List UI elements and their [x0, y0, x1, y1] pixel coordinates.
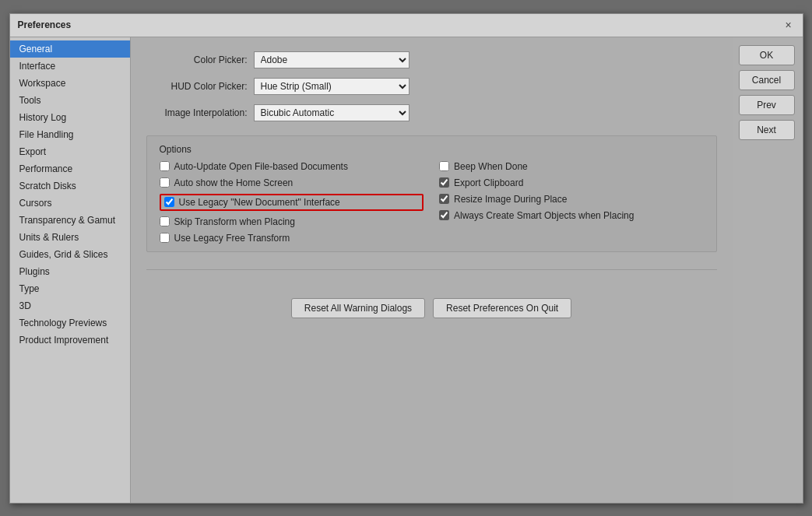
main-content: Color Picker: Adobe HUD Color Picker: Hu…: [131, 37, 733, 503]
sidebar-item-transparency[interactable]: Transparency & Gamut: [10, 212, 130, 229]
legacy-free-transform-row: Use Legacy Free Transform: [160, 233, 424, 244]
close-button[interactable]: ×: [782, 19, 795, 31]
export-clipboard-checkbox[interactable]: [439, 177, 449, 188]
sidebar-item-productimprovement[interactable]: Product Improvement: [10, 332, 130, 349]
legacy-new-doc-row: Use Legacy "New Document" Interface: [160, 194, 424, 211]
dialog-body: General Interface Workspace Tools Histor…: [10, 37, 803, 503]
options-group: Options Auto-Update Open File-based Docu…: [146, 135, 717, 252]
sidebar-item-scratchdisks[interactable]: Scratch Disks: [10, 177, 130, 195]
auto-update-label: Auto-Update Open File-based Documents: [174, 161, 348, 172]
options-left-column: Auto-Update Open File-based Documents Au…: [160, 161, 424, 244]
legacy-new-doc-checkbox[interactable]: [164, 197, 174, 207]
beep-done-checkbox[interactable]: [439, 161, 449, 171]
sidebar-item-units[interactable]: Units & Rulers: [10, 229, 130, 246]
sidebar-item-export[interactable]: Export: [10, 143, 130, 160]
color-picker-label: Color Picker:: [146, 54, 248, 65]
sidebar-item-filehandling[interactable]: File Handling: [10, 126, 130, 143]
resize-image-row: Resize Image During Place: [439, 194, 704, 205]
divider: [146, 269, 717, 270]
sidebar-item-type[interactable]: Type: [10, 280, 130, 297]
auto-update-checkbox[interactable]: [160, 161, 170, 171]
auto-home-row: Auto show the Home Screen: [160, 177, 424, 188]
options-right-column: Beep When Done Export Clipboard Resize I…: [439, 161, 704, 244]
sidebar-item-general[interactable]: General: [10, 40, 130, 58]
sidebar-item-performance[interactable]: Performance: [10, 160, 130, 177]
sidebar-item-workspace[interactable]: Workspace: [10, 75, 130, 92]
image-interpolation-label: Image Interpolation:: [146, 107, 248, 118]
legacy-free-transform-label: Use Legacy Free Transform: [174, 233, 290, 244]
beep-done-label: Beep When Done: [454, 161, 528, 172]
smart-objects-row: Always Create Smart Objects when Placing: [439, 210, 704, 221]
skip-transform-row: Skip Transform when Placing: [160, 216, 424, 227]
sidebar-item-tools[interactable]: Tools: [10, 92, 130, 109]
reset-prefs-button[interactable]: Reset Preferences On Quit: [433, 298, 571, 318]
resize-image-label: Resize Image During Place: [454, 194, 567, 205]
sidebar-item-plugins[interactable]: Plugins: [10, 263, 130, 280]
smart-objects-label: Always Create Smart Objects when Placing: [454, 210, 634, 221]
color-picker-select[interactable]: Adobe: [254, 51, 410, 68]
export-clipboard-label: Export Clipboard: [454, 177, 523, 188]
sidebar-item-historylog[interactable]: History Log: [10, 109, 130, 126]
resize-image-checkbox[interactable]: [439, 194, 449, 204]
legacy-free-transform-checkbox[interactable]: [160, 233, 170, 243]
auto-home-label: Auto show the Home Screen: [174, 177, 294, 188]
sidebar-item-3d[interactable]: 3D: [10, 297, 130, 314]
export-clipboard-row: Export Clipboard: [439, 177, 704, 188]
next-button[interactable]: Next: [739, 120, 795, 140]
beep-done-row: Beep When Done: [439, 161, 704, 172]
skip-transform-checkbox[interactable]: [160, 216, 170, 226]
skip-transform-label: Skip Transform when Placing: [174, 216, 295, 227]
prev-button[interactable]: Prev: [739, 95, 795, 115]
cancel-button[interactable]: Cancel: [739, 70, 795, 90]
reset-warning-button[interactable]: Reset All Warning Dialogs: [291, 298, 425, 318]
sidebar: General Interface Workspace Tools Histor…: [10, 37, 131, 503]
sidebar-item-interface[interactable]: Interface: [10, 58, 130, 75]
bottom-buttons: Reset All Warning Dialogs Reset Preferen…: [146, 298, 717, 318]
hud-color-picker-select[interactable]: Hue Strip (Small): [254, 78, 410, 95]
ok-button[interactable]: OK: [739, 45, 795, 65]
dialog-title: Preferences: [18, 19, 72, 30]
legacy-new-doc-label: Use Legacy "New Document" Interface: [179, 197, 340, 208]
smart-objects-checkbox[interactable]: [439, 210, 449, 220]
color-picker-row: Color Picker: Adobe: [146, 51, 717, 68]
title-bar: Preferences ×: [10, 14, 803, 37]
image-interpolation-row: Image Interpolation: Bicubic Automatic: [146, 104, 717, 121]
options-grid: Auto-Update Open File-based Documents Au…: [160, 161, 704, 244]
right-buttons-panel: OK Cancel Prev Next: [733, 37, 803, 503]
sidebar-item-cursors[interactable]: Cursors: [10, 195, 130, 212]
preferences-dialog: Preferences × General Interface Workspac…: [9, 13, 803, 504]
image-interpolation-select[interactable]: Bicubic Automatic: [254, 104, 410, 121]
auto-home-checkbox[interactable]: [160, 177, 170, 188]
hud-color-picker-label: HUD Color Picker:: [146, 81, 248, 92]
auto-update-row: Auto-Update Open File-based Documents: [160, 161, 424, 172]
sidebar-item-techpreviews[interactable]: Technology Previews: [10, 314, 130, 332]
options-legend: Options: [160, 144, 704, 155]
sidebar-item-guides[interactable]: Guides, Grid & Slices: [10, 246, 130, 263]
hud-color-picker-row: HUD Color Picker: Hue Strip (Small): [146, 78, 717, 95]
